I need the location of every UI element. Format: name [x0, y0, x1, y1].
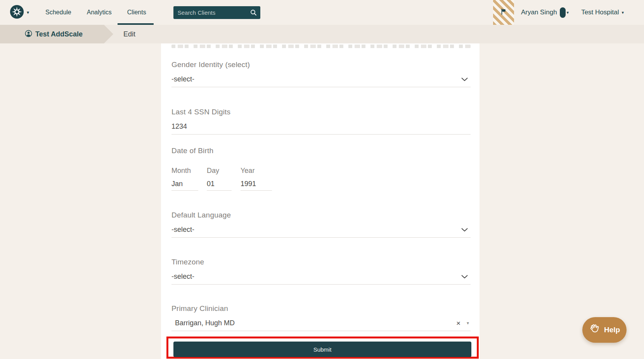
caret-down-icon: ▾: [27, 10, 29, 15]
caret-down-icon: ▾: [567, 10, 569, 15]
timezone-select[interactable]: -select-: [171, 273, 471, 285]
primary-clinician-combobox[interactable]: Barrigan, Hugh MD × ▼: [171, 319, 471, 331]
dob-month-input[interactable]: Jan: [171, 180, 198, 191]
flag-icon: [500, 8, 507, 17]
avatar: [560, 7, 566, 18]
submit-button[interactable]: Submit: [173, 342, 471, 357]
help-button[interactable]: Help: [582, 317, 627, 343]
gender-identity-value: -select-: [171, 75, 194, 83]
dob-inputs: Month Jan Day 01 Year 1991: [171, 167, 471, 191]
combobox-controls: × ▼: [456, 319, 470, 327]
ssn-value: 1234: [171, 123, 187, 131]
flag-tile-button[interactable]: [493, 0, 514, 25]
dob-label: Date of Birth: [171, 147, 471, 155]
organization-menu[interactable]: Test Hospital ▾: [581, 9, 624, 16]
clipped-content-row: [171, 45, 471, 48]
user-name: Aryan Singh: [521, 9, 557, 16]
edit-client-form-panel: Gender Identity (select) -select- Last 4…: [161, 43, 480, 359]
gender-identity-label: Gender Identity (select): [171, 60, 471, 69]
breadcrumb: Test AddScale Edit: [0, 25, 644, 43]
dob-day-input[interactable]: 01: [207, 180, 232, 191]
dob-month-label: Month: [171, 167, 198, 175]
ssn-label: Last 4 SSN Digits: [171, 108, 471, 116]
default-language-label: Default Language: [171, 211, 471, 219]
nav-item-clients[interactable]: Clients: [126, 7, 147, 18]
dropdown-arrow-icon[interactable]: ▼: [466, 321, 470, 325]
ssn-input[interactable]: 1234: [171, 123, 471, 135]
dob-day-label: Day: [207, 167, 232, 175]
client-search: [173, 6, 260, 19]
dob-year-input[interactable]: 1991: [241, 180, 272, 191]
default-language-value: -select-: [171, 226, 194, 234]
caret-down-icon: ▾: [621, 10, 624, 15]
dob-month-group: Month Jan: [171, 167, 198, 191]
breadcrumb-client-tab[interactable]: Test AddScale: [0, 25, 113, 43]
app-logo-icon: [10, 5, 24, 21]
main-nav: Schedule Analytics Clients: [45, 7, 161, 18]
help-label: Help: [604, 326, 620, 334]
top-nav-bar: ▾ Schedule Analytics Clients Aryan Singh: [0, 0, 644, 25]
field-ssn: Last 4 SSN Digits 1234: [171, 108, 471, 135]
organization-name: Test Hospital: [581, 9, 619, 16]
app-logo-button[interactable]: ▾: [10, 5, 29, 21]
timezone-label: Timezone: [171, 258, 471, 266]
field-date-of-birth: Date of Birth Month Jan Day 01 Year 1991: [171, 147, 471, 191]
user-menu[interactable]: Aryan Singh ▾: [521, 7, 569, 18]
breadcrumb-client-name: Test AddScale: [35, 30, 83, 38]
timezone-value: -select-: [171, 273, 194, 281]
field-gender-identity: Gender Identity (select) -select-: [171, 60, 471, 87]
default-language-select[interactable]: -select-: [171, 226, 471, 238]
field-primary-clinician: Primary Clinician Barrigan, Hugh MD × ▼: [171, 304, 471, 331]
waving-hand-icon: [588, 322, 602, 337]
clear-selection-icon[interactable]: ×: [456, 319, 460, 327]
tab-edit[interactable]: Edit: [123, 25, 135, 43]
primary-clinician-label: Primary Clinician: [171, 304, 471, 313]
field-timezone: Timezone -select-: [171, 258, 471, 285]
nav-item-schedule[interactable]: Schedule: [45, 7, 72, 18]
primary-clinician-value: Barrigan, Hugh MD: [171, 319, 235, 327]
gender-identity-select[interactable]: -select-: [171, 75, 471, 87]
active-nav-indicator: [118, 23, 154, 25]
nav-item-analytics[interactable]: Analytics: [86, 7, 113, 18]
field-default-language: Default Language -select-: [171, 211, 471, 238]
search-input[interactable]: [173, 6, 260, 19]
search-icon[interactable]: [250, 9, 257, 17]
person-icon: [25, 30, 32, 39]
topbar-right-group: Aryan Singh ▾ Test Hospital ▾: [493, 0, 624, 25]
dob-day-group: Day 01: [207, 167, 232, 191]
annotation-highlight-box: Submit: [166, 337, 479, 359]
dob-year-group: Year 1991: [241, 167, 272, 191]
dob-year-label: Year: [241, 167, 272, 175]
chevron-down-icon: [461, 226, 468, 233]
chevron-down-icon: [461, 273, 468, 280]
chevron-down-icon: [461, 76, 468, 83]
